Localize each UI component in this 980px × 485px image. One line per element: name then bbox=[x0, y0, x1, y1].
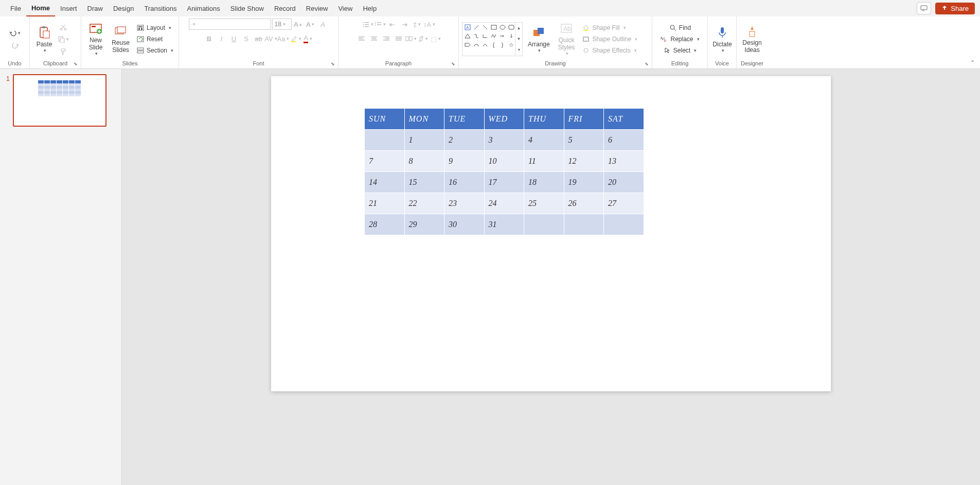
shape-curve-icon[interactable] bbox=[481, 41, 489, 49]
shape-zigzag-icon[interactable] bbox=[490, 32, 497, 40]
format-painter-button[interactable] bbox=[58, 46, 69, 57]
calendar-cell[interactable]: 4 bbox=[524, 130, 564, 151]
change-case-button[interactable]: Aa bbox=[278, 33, 289, 44]
calendar-header-wed[interactable]: WED bbox=[484, 109, 524, 130]
shapes-more-button[interactable]: ▾ bbox=[515, 44, 522, 55]
reset-button[interactable]: Reset bbox=[134, 34, 175, 44]
calendar-cell[interactable]: 11 bbox=[524, 151, 564, 172]
calendar-header-tue[interactable]: TUE bbox=[444, 109, 485, 130]
shapes-down-button[interactable]: ▼ bbox=[515, 33, 522, 44]
tab-record[interactable]: Record bbox=[269, 0, 301, 16]
shadow-button[interactable]: ab bbox=[253, 33, 264, 44]
calendar-cell[interactable]: 9 bbox=[444, 151, 485, 172]
calendar-cell[interactable]: 29 bbox=[404, 214, 444, 235]
calendar-header-fri[interactable]: FRI bbox=[564, 109, 604, 130]
calendar-cell[interactable]: 8 bbox=[404, 151, 444, 172]
tab-view[interactable]: View bbox=[333, 0, 358, 16]
share-button[interactable]: Share bbox=[935, 3, 975, 14]
calendar-header-sun[interactable]: SUN bbox=[365, 109, 405, 130]
calendar-cell[interactable]: 2 bbox=[444, 130, 485, 151]
shape-outline-button[interactable]: Shape Outline bbox=[580, 34, 639, 44]
drawing-launcher[interactable]: ⬊ bbox=[645, 61, 651, 67]
shape-arc-icon[interactable] bbox=[472, 41, 480, 49]
calendar-cell[interactable]: 18 bbox=[524, 172, 564, 193]
font-launcher[interactable]: ⬊ bbox=[331, 61, 337, 67]
tab-review[interactable]: Review bbox=[301, 0, 333, 16]
calendar-cell[interactable] bbox=[524, 214, 564, 235]
calendar-cell[interactable]: 24 bbox=[484, 193, 524, 214]
shape-lbrace-icon[interactable]: { bbox=[490, 41, 497, 49]
font-name-input[interactable] bbox=[189, 19, 271, 30]
char-spacing-button[interactable]: AV bbox=[265, 33, 277, 44]
calendar-cell[interactable]: 30 bbox=[444, 214, 485, 235]
quick-styles-button[interactable]: Ab Quick Styles bbox=[555, 20, 578, 58]
reuse-slides-button[interactable]: Reuse Slides bbox=[109, 22, 132, 55]
design-ideas-button[interactable]: Design Ideas bbox=[740, 22, 764, 55]
collapse-ribbon-button[interactable]: ⌄ bbox=[970, 57, 975, 63]
calendar-cell[interactable]: 26 bbox=[564, 193, 604, 214]
shape-arrow-icon[interactable] bbox=[498, 32, 506, 40]
align-text-button[interactable]: ⇵ bbox=[418, 33, 429, 44]
highlight-button[interactable] bbox=[290, 33, 301, 44]
clipboard-launcher[interactable]: ⬊ bbox=[74, 61, 80, 67]
justify-button[interactable] bbox=[393, 33, 404, 44]
tab-design[interactable]: Design bbox=[108, 0, 139, 16]
shape-darrow-icon[interactable] bbox=[507, 32, 515, 40]
align-left-button[interactable] bbox=[356, 33, 367, 44]
calendar-cell[interactable]: 15 bbox=[404, 172, 444, 193]
calendar-cell[interactable]: 5 bbox=[564, 130, 604, 151]
slide-thumbnail-1[interactable] bbox=[13, 74, 106, 127]
calendar-cell[interactable]: 22 bbox=[404, 193, 444, 214]
shapes-gallery[interactable]: A { } ☆ ▲ ▼ bbox=[462, 22, 523, 56]
shape-effects-button[interactable]: Shape Effects bbox=[580, 45, 639, 56]
new-slide-button[interactable]: New Slide bbox=[84, 20, 107, 58]
calendar-cell[interactable]: 20 bbox=[604, 172, 644, 193]
text-direction-button[interactable]: ↕A bbox=[424, 19, 435, 30]
numbering-button[interactable]: 12 bbox=[375, 19, 386, 30]
section-button[interactable]: Section bbox=[134, 45, 175, 56]
line-spacing-button[interactable]: ‡ bbox=[412, 19, 423, 30]
tab-insert[interactable]: Insert bbox=[55, 0, 82, 16]
italic-button[interactable]: I bbox=[216, 33, 227, 44]
shape-line2-icon[interactable] bbox=[481, 24, 489, 31]
calendar-cell[interactable]: 21 bbox=[365, 193, 405, 214]
shape-fill-button[interactable]: Shape Fill bbox=[580, 23, 639, 33]
align-right-button[interactable] bbox=[381, 33, 392, 44]
shape-rbrace-icon[interactable]: } bbox=[498, 41, 506, 49]
calendar-cell[interactable]: 14 bbox=[365, 172, 405, 193]
calendar-header-thu[interactable]: THU bbox=[524, 109, 564, 130]
select-button[interactable]: Select bbox=[661, 45, 699, 56]
calendar-table[interactable]: SUN MON TUE WED THU FRI SAT 1 2 3 4 5 6 bbox=[364, 108, 644, 235]
calendar-header-sat[interactable]: SAT bbox=[604, 109, 644, 130]
underline-button[interactable]: U bbox=[228, 33, 240, 44]
calendar-cell[interactable]: 3 bbox=[484, 130, 524, 151]
tab-home[interactable]: Home bbox=[26, 0, 55, 16]
shape-rect-icon[interactable] bbox=[490, 24, 497, 31]
calendar-cell[interactable]: 7 bbox=[365, 151, 405, 172]
calendar-cell[interactable]: 31 bbox=[484, 214, 524, 235]
bullets-button[interactable] bbox=[362, 19, 373, 30]
decrease-indent-button[interactable]: ⇤ bbox=[387, 19, 398, 30]
shape-line-icon[interactable] bbox=[472, 24, 480, 31]
tab-draw[interactable]: Draw bbox=[82, 0, 108, 16]
calendar-cell[interactable]: 17 bbox=[484, 172, 524, 193]
align-center-button[interactable] bbox=[368, 33, 380, 44]
paragraph-launcher[interactable]: ⬊ bbox=[451, 61, 457, 67]
calendar-cell[interactable]: 28 bbox=[365, 214, 405, 235]
shape-pentagon-icon[interactable] bbox=[464, 41, 471, 49]
shape-l-icon[interactable] bbox=[481, 32, 489, 40]
arrange-button[interactable]: Arrange bbox=[525, 23, 553, 55]
dictate-button[interactable]: Dictate bbox=[711, 23, 734, 55]
calendar-cell[interactable]: 12 bbox=[564, 151, 604, 172]
calendar-cell[interactable]: 13 bbox=[604, 151, 644, 172]
shape-textbox-icon[interactable]: A bbox=[464, 24, 471, 31]
shapes-up-button[interactable]: ▲ bbox=[515, 23, 522, 33]
strike-button[interactable]: S bbox=[241, 33, 252, 44]
smartart-button[interactable]: ⬚ bbox=[430, 33, 441, 44]
shrink-font-button[interactable]: A▼ bbox=[305, 19, 316, 30]
grow-font-button[interactable]: A▲ bbox=[293, 19, 304, 30]
layout-button[interactable]: Layout bbox=[134, 23, 175, 33]
undo-button[interactable] bbox=[9, 27, 21, 39]
cut-button[interactable] bbox=[58, 21, 69, 32]
clear-formatting-button[interactable]: A bbox=[317, 19, 329, 30]
